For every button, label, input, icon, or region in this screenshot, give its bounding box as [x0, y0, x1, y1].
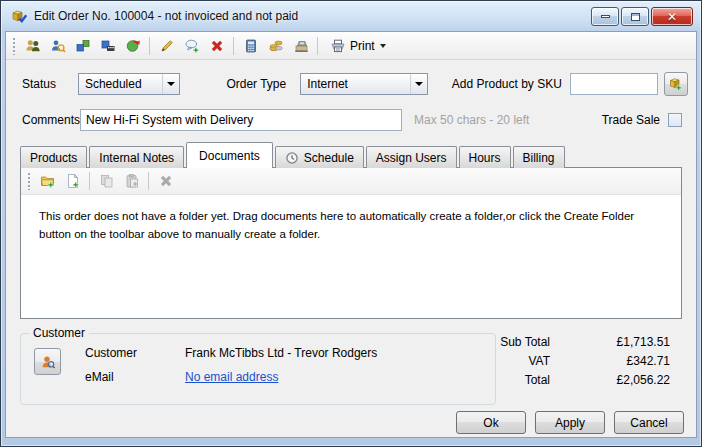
product-media-icon	[100, 38, 116, 54]
documents-toolbar	[21, 168, 681, 195]
revert-button[interactable]	[121, 34, 144, 57]
status-label: Status	[22, 77, 78, 91]
tab-documents[interactable]: Documents	[186, 142, 273, 168]
calculator-button[interactable]	[239, 34, 262, 57]
subtotal-value: £1,713.51	[578, 335, 670, 349]
status-dropdown-arrow	[162, 74, 179, 94]
chevron-down-icon	[380, 44, 386, 48]
file-add-icon	[65, 173, 81, 189]
close-icon: ✕	[667, 10, 677, 24]
totals: Sub Total £1,713.51 VAT £342.71 Total £2…	[500, 335, 670, 387]
comments-label: Comments	[22, 113, 80, 127]
maximize-icon	[631, 13, 640, 21]
tab-label: Products	[30, 151, 77, 165]
print-label: Print	[350, 39, 375, 53]
order-type-select[interactable]: Internet	[300, 73, 428, 95]
order-type-value: Internet	[307, 77, 348, 91]
window-title: Edit Order No. 100004 - not invoiced and…	[34, 9, 298, 23]
ok-button[interactable]: Ok	[456, 411, 526, 434]
caption-buttons: ✕	[591, 7, 693, 26]
product-media-button[interactable]	[96, 34, 119, 57]
calculator-icon	[243, 38, 259, 54]
total-value: £2,056.22	[578, 373, 670, 387]
trade-sale-label: Trade Sale	[602, 113, 660, 127]
email-link[interactable]: No email address	[185, 370, 377, 384]
delete-x-icon	[209, 38, 225, 54]
close-button[interactable]: ✕	[651, 7, 693, 26]
subtotal-label: Sub Total	[500, 335, 550, 349]
delete-button[interactable]	[205, 34, 228, 57]
toolbar-grip[interactable]	[27, 172, 31, 190]
status-select[interactable]: Scheduled	[78, 73, 180, 95]
delete-x-icon-disabled	[158, 173, 174, 189]
customer-group-label: Customer	[29, 326, 89, 340]
copy-icon-disabled	[99, 173, 115, 189]
footer-buttons: Ok Apply Cancel	[456, 411, 684, 434]
main-toolbar: Print	[6, 32, 696, 60]
user-search-icon	[50, 38, 66, 54]
customers-button[interactable]	[21, 34, 44, 57]
no-folder-message: This order does not have a folder yet. D…	[21, 195, 681, 244]
tab-hours[interactable]: Hours	[459, 146, 511, 168]
cash-register-icon	[293, 38, 309, 54]
documents-panel: This order does not have a folder yet. D…	[20, 167, 682, 319]
payments-button[interactable]	[264, 34, 287, 57]
add-comment-button[interactable]	[180, 34, 203, 57]
tab-label: Assign Users	[376, 151, 447, 165]
tab-assign-users[interactable]: Assign Users	[366, 146, 457, 168]
products-button[interactable]	[71, 34, 94, 57]
apply-button[interactable]: Apply	[535, 411, 605, 434]
paste-document-button[interactable]	[120, 170, 143, 193]
total-label: Total	[500, 373, 550, 387]
sku-input[interactable]	[570, 73, 658, 95]
delete-document-button[interactable]	[154, 170, 177, 193]
revert-icon	[125, 38, 141, 54]
customer-groupbox: Customer Customer Frank McTibbs Ltd - Tr…	[20, 333, 496, 405]
chars-remaining-hint: Max 50 chars - 20 left	[414, 113, 529, 127]
comments-input[interactable]	[80, 109, 402, 131]
paste-icon-disabled	[124, 173, 140, 189]
tab-billing[interactable]: Billing	[513, 146, 565, 168]
toolbar-separator	[149, 37, 150, 55]
edit-button[interactable]	[155, 34, 178, 57]
order-box-check-icon	[11, 8, 28, 25]
folder-add-icon	[40, 173, 56, 189]
tab-products[interactable]: Products	[20, 146, 87, 168]
order-type-dropdown-arrow	[410, 74, 427, 94]
clock-icon	[285, 151, 299, 165]
chevron-down-icon	[167, 82, 175, 86]
products-icon	[75, 38, 91, 54]
minimize-button[interactable]	[591, 7, 619, 26]
toolbar-grip[interactable]	[12, 37, 16, 55]
cube-add-icon	[668, 76, 684, 92]
maximize-button[interactable]	[621, 7, 649, 26]
tab-internal-notes[interactable]: Internal Notes	[89, 146, 184, 168]
status-value: Scheduled	[85, 77, 142, 91]
create-folder-button[interactable]	[36, 170, 59, 193]
find-customer-button[interactable]	[34, 348, 61, 375]
coins-icon	[268, 38, 284, 54]
pencil-icon	[159, 38, 175, 54]
customer-value: Frank McTibbs Ltd - Trevor Rodgers	[185, 346, 377, 360]
client-area: Print Status Scheduled Order Type Intern…	[5, 31, 697, 438]
tab-schedule[interactable]: Schedule	[275, 146, 364, 168]
toolbar-separator	[89, 172, 90, 190]
toolbar-separator	[148, 172, 149, 190]
copy-document-button[interactable]	[95, 170, 118, 193]
print-button[interactable]: Print	[323, 34, 393, 57]
find-customer-button[interactable]	[46, 34, 69, 57]
cancel-button[interactable]: Cancel	[614, 411, 684, 434]
tab-strip: Products Internal Notes Documents Schedu…	[20, 142, 696, 168]
printer-icon	[330, 38, 346, 54]
edit-order-dialog: Edit Order No. 100004 - not invoiced and…	[0, 0, 702, 447]
trade-sale-checkbox[interactable]	[668, 113, 682, 127]
add-document-button[interactable]	[61, 170, 84, 193]
customer-details: Customer Frank McTibbs Ltd - Trevor Rodg…	[85, 346, 377, 384]
add-sku-button[interactable]	[664, 72, 688, 96]
add-sku-label: Add Product by SKU	[452, 77, 562, 91]
person-search-icon	[40, 354, 56, 370]
cash-register-button[interactable]	[289, 34, 312, 57]
tab-label: Billing	[523, 151, 555, 165]
tab-label: Hours	[469, 151, 501, 165]
order-type-label: Order Type	[226, 77, 286, 91]
